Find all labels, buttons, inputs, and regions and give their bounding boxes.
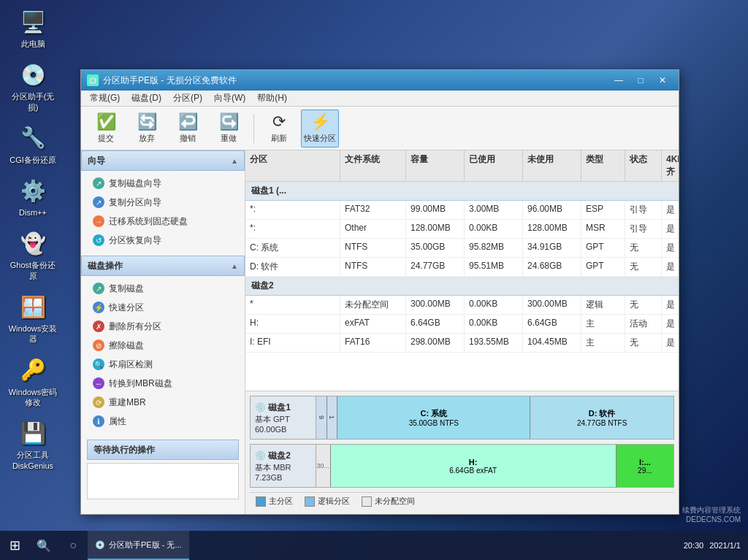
disk1-size: 60.00GB: [255, 425, 311, 434]
properties-label: 属性: [109, 415, 126, 428]
quick-partition2-label: 快速分区: [109, 302, 144, 314]
table-row[interactable]: I: EFI FAT16 298.00MB 193.55MB 104.45MB …: [245, 334, 679, 353]
menu-partition[interactable]: 分区(P): [167, 91, 208, 106]
refresh-icon: ⟳: [272, 112, 286, 131]
desktop-icon-windows-password[interactable]: 🔑 Windows密码修改: [7, 356, 58, 408]
sidebar-item-properties[interactable]: ℹ 属性: [81, 412, 245, 431]
disk1-seg-msr[interactable]: 1: [327, 396, 338, 439]
quick-partition2-icon: ⚡: [93, 302, 104, 313]
disk2-seg-efi[interactable]: I:... 29...: [617, 445, 673, 487]
menu-disk[interactable]: 磁盘(D): [126, 91, 167, 106]
taskbar-date: 2021/1/1: [709, 541, 741, 550]
cell-fs: FAT16: [340, 334, 406, 352]
disk1-header-text: 磁盘1 (...: [251, 185, 286, 196]
desktop-icon-dism[interactable]: ⚙️ Dism++: [7, 176, 58, 218]
sidebar-item-copy-partition[interactable]: ↗ 复制分区向导: [81, 193, 245, 212]
sidebar-item-rebuild-mbr[interactable]: ⟳ 重建MBR: [81, 393, 245, 412]
disk2-group-header: 磁盘2: [245, 277, 679, 296]
partition-table: 分区 文件系统 容量 已使用 未使用 类型 状态 4KB对齐 磁盘1 (...: [245, 150, 679, 391]
taskbar-app-item[interactable]: 💿 分区助手PE版 - 无...: [88, 531, 189, 560]
disk2-seg-exfat[interactable]: H: 6.64GB exFAT: [331, 445, 617, 487]
refresh-button[interactable]: ⟳ 刷新: [260, 110, 298, 147]
discard-button[interactable]: 🔄 放弃: [128, 110, 166, 147]
disk-visualizer: 💿 磁盘1 基本 GPT 60.00GB 9 1: [245, 391, 679, 514]
desktop-icon-partition-assistant[interactable]: 💿 分区助手(无损): [7, 60, 58, 112]
cell-capacity: 24.77GB: [406, 258, 465, 276]
cell-free: 300.00MB: [523, 296, 581, 314]
sidebar-item-convert-mbr[interactable]: ↔ 转换到MBR磁盘: [81, 374, 245, 393]
submit-button[interactable]: ✅ 提交: [87, 110, 125, 147]
cell-free: 24.68GB: [523, 258, 581, 276]
sidebar-item-copy-disk[interactable]: ↗ 复制磁盘向导: [81, 174, 245, 193]
window-controls: — □ ✕: [608, 73, 673, 88]
cell-used: 193.55MB: [465, 334, 523, 352]
legend-logical-box: [305, 496, 315, 507]
cell-type: 主: [581, 315, 625, 333]
refresh-label: 刷新: [271, 133, 287, 144]
sidebar-item-delete-all[interactable]: ✗ 删除所有分区: [81, 317, 245, 336]
table-row[interactable]: *: Other 128.00MB 0.00KB 128.00MB MSR 引导…: [245, 220, 679, 239]
toolbar: ✅ 提交 🔄 放弃 ↩️ 撤销 ↪️ 重做 ⟳ 刷新 ⚡ 快速分区: [81, 107, 679, 150]
ghost-label: Ghost备份还原: [7, 260, 58, 281]
sidebar-item-copy-disk2[interactable]: ↗ 复制磁盘: [81, 279, 245, 298]
disk1-seg-data[interactable]: D: 软件 24.77GB NTFS: [530, 396, 673, 439]
start-button[interactable]: ⊞: [0, 531, 29, 560]
toolbar-separator: [253, 114, 254, 143]
sidebar-item-quick-partition2[interactable]: ⚡ 快速分区: [81, 298, 245, 317]
sidebar-item-partition-recovery[interactable]: ↺ 分区恢复向导: [81, 231, 245, 250]
col-filesystem: 文件系统: [340, 150, 406, 181]
sidebar-item-migrate-os[interactable]: → 迁移系统到固态硬盘: [81, 212, 245, 231]
cell-align: 是: [662, 334, 679, 352]
quick-partition-icon: ⚡: [310, 112, 330, 131]
table-row[interactable]: C: 系统 NTFS 35.00GB 95.82MB 34.91GB GPT 无…: [245, 239, 679, 258]
sidebar-item-erase-disk[interactable]: ⊘ 擦除磁盘: [81, 336, 245, 355]
cell-used: 3.00MB: [465, 201, 523, 219]
taskbar-search-button[interactable]: 🔍: [29, 531, 58, 560]
disk-ops-section-header[interactable]: 磁盘操作 ▲: [81, 256, 245, 276]
quick-partition-button[interactable]: ⚡ 快速分区: [301, 110, 339, 147]
window-title: 分区助手PE版 - 无损分区免费软件: [103, 74, 608, 87]
disk2-seg-unalloc[interactable]: 30...: [316, 445, 331, 487]
close-button[interactable]: ✕: [652, 73, 673, 88]
menu-general[interactable]: 常规(G): [84, 91, 126, 106]
cell-fs: FAT32: [340, 201, 406, 219]
erase-disk-icon: ⊘: [93, 340, 104, 351]
maximize-button[interactable]: □: [630, 73, 651, 88]
disk1-seg-esp[interactable]: 9: [316, 396, 327, 439]
table-row[interactable]: D: 软件 NTFS 24.77GB 95.51MB 24.68GB GPT 无…: [245, 258, 679, 277]
redo-button[interactable]: ↪️ 重做: [210, 110, 248, 147]
cell-free: 96.00MB: [523, 201, 581, 219]
desktop-icon-windows-installer[interactable]: 🪟 Windows安装器: [7, 292, 58, 345]
minimize-button[interactable]: —: [608, 73, 629, 88]
legend-logical-label: 逻辑分区: [318, 496, 350, 507]
delete-all-icon: ✗: [93, 321, 104, 332]
desktop-icon-cgi[interactable]: 🔧 CGI备份还原: [7, 123, 58, 165]
disk1-visual: 9 1 C: 系统 35.00GB NTFS D: 软件 2: [316, 396, 673, 439]
quick-partition-label: 快速分区: [304, 133, 336, 144]
disk1-seg-system[interactable]: C: 系统 35.00GB NTFS: [337, 396, 530, 439]
desktop-icon-my-computer[interactable]: 🖥️ 此电脑: [7, 7, 58, 49]
desktop-icon-diskgenius[interactable]: 💾 分区工具 DiskGenius: [7, 418, 58, 471]
undo-button[interactable]: ↩️ 撤销: [169, 110, 207, 147]
properties-icon: ℹ: [93, 415, 104, 427]
pending-operations-box: [87, 463, 239, 499]
partition-recovery-label: 分区恢复向导: [109, 234, 161, 247]
menu-wizard[interactable]: 向导(W): [208, 91, 251, 106]
redo-icon: ↪️: [219, 112, 239, 131]
table-row[interactable]: H: exFAT 6.64GB 0.00KB 6.64GB 主 活动 是: [245, 315, 679, 334]
table-header: 分区 文件系统 容量 已使用 未使用 类型 状态 4KB对齐: [245, 150, 679, 182]
sidebar-item-bad-sector[interactable]: 🔍 坏扇区检测: [81, 355, 245, 374]
wizard-section-header[interactable]: 向导 ▲: [81, 150, 245, 171]
convert-mbr-icon: ↔: [93, 377, 104, 389]
copy-disk-icon: ↗: [93, 177, 104, 189]
my-computer-label: 此电脑: [21, 39, 45, 49]
main-content: 向导 ▲ ↗ 复制磁盘向导 ↗ 复制分区向导 →: [81, 150, 679, 514]
desktop-icon-ghost[interactable]: 👻 Ghost备份还原: [7, 229, 58, 281]
menu-help[interactable]: 帮助(H): [251, 91, 293, 106]
desktop-icons: 🖥️ 此电脑 💿 分区助手(无损) 🔧 CGI备份还原 ⚙️ Dism++ 👻 …: [7, 7, 58, 471]
taskbar-cortana-button[interactable]: ○: [58, 531, 88, 560]
copy-partition-label: 复制分区向导: [109, 196, 161, 209]
partition-recovery-icon: ↺: [93, 234, 104, 246]
table-row[interactable]: * 未分配空间 300.00MB 0.00KB 300.00MB 逻辑 无 是: [245, 296, 679, 315]
table-row[interactable]: *: FAT32 99.00MB 3.00MB 96.00MB ESP 引导 是: [245, 201, 679, 220]
